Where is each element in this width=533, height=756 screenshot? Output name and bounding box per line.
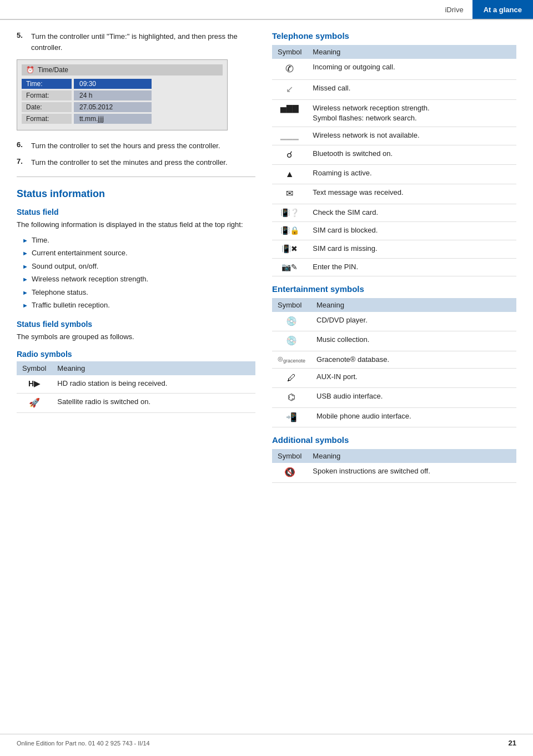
bullet-telephone-text: Telephone status. [32,287,88,298]
radio-col1-header: Symbol [17,361,52,375]
header-idrive-label: iDrive [436,0,472,19]
step-6-text: Turn the controller to set the hours and… [31,140,220,152]
ent-meaning-mobile: Mobile phone audio interface. [311,407,516,427]
entertainment-symbol-table: Symbol Meaning 💿 CD/DVD player. 💿 Music … [272,298,516,427]
screenshot-label-format2: Format: [22,114,72,124]
ent-col2-header: Meaning [311,298,516,312]
status-bullet-list: ►Time. ►Current entertainment source. ►S… [22,234,255,312]
bullet-arrow-icon: ► [22,249,28,258]
add-symbol-mute: 🔇 [272,463,307,482]
tel-symbol-signal: ▅▇▇ [272,99,307,127]
tel-row-signal: ▅▇▇ Wireless network reception strength.… [272,99,516,127]
page-footer: Online Edition for Part no. 01 40 2 925 … [0,734,533,747]
tel-symbol-bluetooth: ☌ [272,145,307,164]
step-5-number: 5. [17,31,27,53]
screenshot-value-time: 09:30 [74,79,152,89]
tel-meaning-check-sim: Check the SIM card. [307,204,516,222]
ent-row-aux: 🖊 AUX-IN port. [272,369,516,388]
radio-row-hd: H▶ HD radio station is being received. [17,375,255,393]
tel-row-sms: ✉ Text message was received. [272,184,516,204]
radio-col2-header: Meaning [52,361,255,375]
radio-symbol-table: Symbol Meaning H▶ HD radio station is be… [17,361,255,413]
bullet-time-text: Time. [32,235,49,246]
radio-row-satellite: 🚀 Satellite radio is switched on. [17,393,255,412]
tel-row-missed: ↙ Missed call. [272,80,516,99]
tel-row-no-signal: ▁▁▁ Wireless network is not available. [272,127,516,145]
bullet-arrow-icon: ► [22,275,28,284]
ent-symbol-usb: ⌬ [272,388,311,407]
right-column: Telephone symbols Symbol Meaning ✆ Incom… [272,31,516,491]
radio-symbol-satellite: 🚀 [17,393,52,412]
screenshot-clock-icon: ⏰ [26,66,34,74]
bullet-arrow-icon: ► [22,301,28,310]
screenshot-label-date: Date: [22,102,72,112]
radio-symbol-hd: H▶ [17,375,52,393]
telephone-symbols-heading: Telephone symbols [272,31,516,41]
page-header: iDrive At a glance [0,0,533,20]
ent-row-gracenote: ◎gracenote Gracenote® database. [272,351,516,368]
bullet-arrow-icon: ► [22,262,28,271]
footer-text: Online Edition for Part no. 01 40 2 925 … [17,740,150,747]
tel-meaning-sim-blocked: SIM card is blocked. [307,222,516,240]
additional-symbol-table: Symbol Meaning 🔇 Spoken instructions are… [272,449,516,482]
bullet-traffic-text: Traffic bulletin reception. [32,300,110,311]
step-5-text: Turn the controller until "Time:" is hig… [31,31,255,53]
tel-col2-header: Meaning [307,45,516,59]
bullet-traffic: ►Traffic bulletin reception. [22,299,255,312]
screenshot-label-time: Time: [22,79,72,89]
step-6-number: 6. [17,140,27,152]
tel-row-check-sim: 📳❔ Check the SIM card. [272,204,516,222]
bullet-wireless: ►Wireless network reception strength. [22,273,255,286]
tel-symbol-sim-blocked: 📳🔒 [272,222,307,240]
ent-col1-header: Symbol [272,298,311,312]
ent-meaning-usb: USB audio interface. [311,388,516,407]
radio-meaning-hd: HD radio station is being received. [52,375,255,393]
status-field-description: The following information is displayed i… [17,219,255,230]
ent-meaning-music: Music collection. [311,331,516,351]
screenshot-value-format1: 24 h [74,90,152,100]
tel-symbol-check-sim: 📳❔ [272,204,307,222]
screenshot-value-date: 27.05.2012 [74,102,152,112]
ent-row-mobile: 📲 Mobile phone audio interface. [272,407,516,427]
screenshot-row-time: Time: 09:30 [22,79,223,89]
bullet-arrow-icon: ► [22,236,28,245]
status-information-heading: Status information [17,188,255,200]
ent-meaning-cd: CD/DVD player. [311,312,516,331]
tel-meaning-missed: Missed call. [307,80,516,99]
header-at-a-glance-label: At a glance [472,0,533,19]
tel-meaning-sms: Text message was received. [307,184,516,204]
ent-meaning-gracenote: Gracenote® database. [311,351,516,368]
ent-row-music: 💿 Music collection. [272,331,516,351]
add-row-mute: 🔇 Spoken instructions are switched off. [272,463,516,482]
tel-symbol-pin: 📷✎ [272,258,307,276]
ent-symbol-gracenote: ◎gracenote [272,351,311,368]
tel-meaning-call: Incoming or outgoing call. [307,59,516,80]
add-col2-header: Meaning [307,449,516,463]
tel-table-header: Symbol Meaning [272,45,516,59]
divider [17,177,255,177]
tel-col1-header: Symbol [272,45,307,59]
tel-meaning-pin: Enter the PIN. [307,258,516,276]
tel-symbol-roaming: ▲ [272,164,307,184]
screenshot-title-bar: ⏰ Time/Date [22,64,223,75]
ent-symbol-cd: 💿 [272,312,311,331]
bullet-time: ►Time. [22,234,255,247]
telephone-symbol-table: Symbol Meaning ✆ Incoming or outgoing ca… [272,45,516,276]
screenshot-row-format2: Format: tt.mm.jjjj [22,114,223,124]
bullet-entertainment-text: Current entertainment source. [32,248,128,259]
tel-row-bluetooth: ☌ Bluetooth is switched on. [272,145,516,164]
screenshot-label-format1: Format: [22,90,72,100]
step-7-number: 7. [17,157,27,168]
step-7: 7. Turn the controller to set the minute… [17,157,255,168]
status-field-subheading: Status field [17,208,255,216]
main-content: 5. Turn the controller until "Time:" is … [0,20,533,502]
bullet-sound: ►Sound output, on/off. [22,260,255,273]
tel-row-sim-blocked: 📳🔒 SIM card is blocked. [272,222,516,240]
step-6: 6. Turn the controller to set the hours … [17,140,255,152]
tel-meaning-no-signal: Wireless network is not available. [307,127,516,145]
tel-symbol-sim-missing: 📳✖ [272,240,307,258]
radio-meaning-satellite: Satellite radio is switched on. [52,393,255,412]
screenshot-value-format2: tt.mm.jjjj [74,114,152,124]
symbols-desc-text: The symbols are grouped as follows. [17,331,255,342]
tel-meaning-roaming: Roaming is active. [307,164,516,184]
